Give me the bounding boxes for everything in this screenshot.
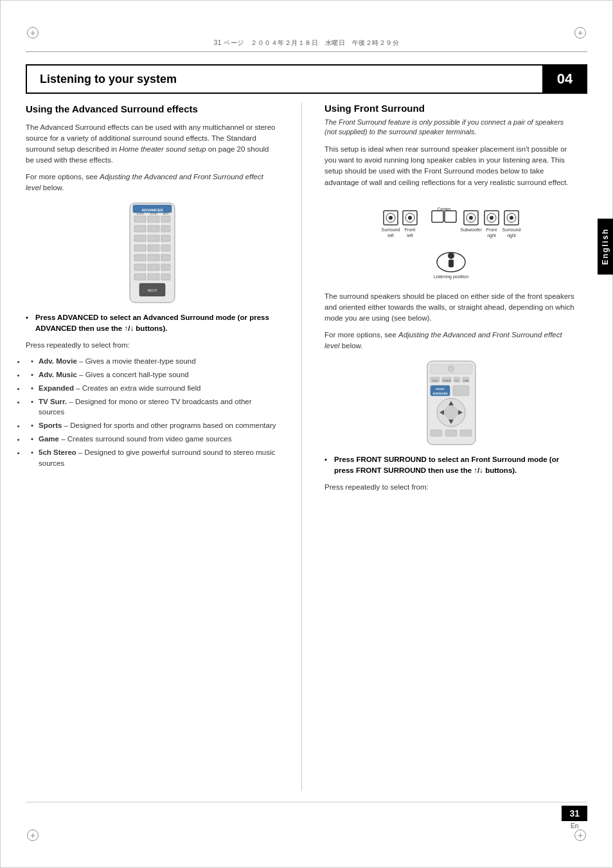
svg-rect-13 bbox=[148, 245, 159, 251]
svg-rect-9 bbox=[134, 235, 146, 242]
chapter-number: 04 bbox=[542, 64, 587, 94]
svg-rect-20 bbox=[161, 264, 170, 270]
svg-rect-58 bbox=[449, 260, 454, 267]
list-item-adv-movie: Adv. Movie – Gives a movie theater-type … bbox=[26, 356, 279, 366]
svg-text:SURROUND: SURROUND bbox=[432, 392, 447, 395]
svg-text:MULTI: MULTI bbox=[148, 288, 157, 292]
right-body-1: This setup is ideal when rear surround s… bbox=[324, 144, 578, 188]
svg-point-39 bbox=[469, 216, 473, 220]
svg-rect-8 bbox=[161, 226, 170, 232]
svg-rect-18 bbox=[134, 264, 146, 270]
svg-text:Surround: Surround bbox=[382, 227, 400, 232]
svg-point-34 bbox=[408, 216, 412, 220]
surround-mode-list: Adv. Movie – Gives a movie theater-type … bbox=[26, 356, 279, 468]
svg-point-62 bbox=[448, 366, 454, 372]
right-italic-note: The Front Surround feature is only possi… bbox=[324, 118, 578, 137]
footer-lang: En bbox=[562, 822, 587, 829]
svg-rect-5 bbox=[161, 216, 170, 222]
svg-rect-74 bbox=[453, 385, 469, 396]
svg-point-76 bbox=[445, 406, 458, 419]
svg-text:SURR: SURR bbox=[150, 212, 157, 215]
page-number: 31 bbox=[562, 806, 587, 821]
right-column: Using Front Surround The Front Surround … bbox=[324, 103, 578, 791]
right-body-2: The surround speakers should be placed o… bbox=[324, 291, 578, 324]
svg-text:Listening position: Listening position bbox=[434, 274, 468, 279]
reg-circle-br bbox=[574, 829, 586, 841]
press-front-surround-text: Press FRONT SURROUND to select an Front … bbox=[334, 456, 559, 474]
svg-rect-82 bbox=[445, 430, 457, 436]
svg-text:Center: Center bbox=[437, 207, 451, 211]
remote-image-left: ADVANCED bbox=[26, 200, 279, 306]
reg-circle-tr bbox=[574, 27, 586, 39]
reg-circle-tl bbox=[27, 27, 39, 39]
svg-rect-35 bbox=[432, 211, 443, 222]
svg-point-57 bbox=[448, 252, 454, 259]
list-item-game: Game – Creates surround sound from video… bbox=[26, 434, 279, 444]
speaker-diagram: Surround left Front left Center Subwoofe… bbox=[324, 198, 578, 281]
svg-text:SURR: SURR bbox=[136, 212, 143, 215]
svg-rect-23 bbox=[161, 274, 170, 280]
header-title-box: Listening to your system bbox=[26, 64, 542, 94]
list-item-sports: Sports – Designed for sports and other p… bbox=[26, 420, 279, 430]
list-item-expanded: Expanded – Creates an extra wide surroun… bbox=[26, 383, 279, 393]
svg-text:Subwoofer: Subwoofer bbox=[460, 227, 482, 232]
svg-text:USB: USB bbox=[463, 379, 468, 382]
svg-text:right: right bbox=[487, 233, 496, 238]
svg-rect-22 bbox=[148, 274, 159, 280]
svg-text:left: left bbox=[407, 233, 413, 238]
right-instruction: Press FRONT SURROUND to select an Front … bbox=[324, 454, 578, 477]
top-meta-bar: 31 ページ ２００４年２月１８日 水曜日 午後２時２９分 bbox=[26, 39, 587, 52]
column-divider bbox=[301, 103, 302, 791]
svg-rect-15 bbox=[134, 254, 146, 261]
page-title: Listening to your system bbox=[40, 73, 177, 86]
svg-point-31 bbox=[389, 216, 393, 220]
svg-rect-36 bbox=[445, 211, 456, 222]
meta-text: 31 ページ ２００４年２月１８日 水曜日 午後２時２９分 bbox=[26, 39, 587, 48]
list-item-tv-surr: TV Surr. – Designed for mono or stereo T… bbox=[26, 396, 279, 417]
svg-rect-14 bbox=[161, 245, 170, 251]
left-body-2: For more options, see Adjusting the Adva… bbox=[26, 172, 279, 194]
svg-text:TV: TV bbox=[455, 379, 458, 382]
select-from-text: Press repeatedly to select from: bbox=[26, 340, 279, 351]
svg-text:Surround: Surround bbox=[502, 227, 521, 232]
svg-text:Front: Front bbox=[486, 227, 497, 232]
svg-rect-19 bbox=[148, 264, 159, 270]
language-tab: English bbox=[598, 218, 613, 274]
svg-text:DVD: DVD bbox=[432, 379, 438, 382]
svg-point-45 bbox=[510, 216, 513, 220]
page-number-area: 31 En bbox=[562, 806, 587, 829]
left-instruction: Press ADVANCED to select an Advanced Sur… bbox=[26, 312, 279, 335]
svg-rect-81 bbox=[431, 430, 442, 436]
svg-text:ADV: ADV bbox=[163, 212, 169, 215]
reg-circle-bl bbox=[27, 829, 39, 841]
remote-image-right: DVD TUNER TV USB FRONT SURROUND bbox=[324, 358, 578, 448]
list-item-5ch-stereo: 5ch Stereo – Designed to give powerful s… bbox=[26, 447, 279, 468]
content-area: Using the Advanced Surround effects The … bbox=[26, 103, 578, 791]
left-section-title: Using the Advanced Surround effects bbox=[26, 103, 279, 116]
svg-rect-11 bbox=[161, 235, 170, 242]
select-from-text-2: Press repeatedly to select from: bbox=[324, 482, 578, 493]
svg-rect-6 bbox=[134, 226, 146, 232]
svg-text:FRONT: FRONT bbox=[436, 387, 445, 391]
left-body-1: The Advanced Surround effects can be use… bbox=[26, 122, 279, 166]
svg-rect-83 bbox=[460, 430, 472, 436]
right-section-title: Using Front Surround bbox=[324, 103, 578, 114]
svg-rect-12 bbox=[134, 245, 146, 251]
page-footer: 31 En bbox=[26, 802, 587, 829]
left-column: Using the Advanced Surround effects The … bbox=[26, 103, 279, 791]
list-item-adv-music: Adv. Music – Gives a concert hall-type s… bbox=[26, 369, 279, 380]
svg-text:right: right bbox=[507, 233, 516, 238]
svg-point-42 bbox=[490, 216, 493, 220]
svg-rect-7 bbox=[148, 226, 159, 232]
svg-text:TUNER: TUNER bbox=[442, 379, 451, 382]
svg-rect-16 bbox=[148, 254, 159, 261]
svg-rect-10 bbox=[148, 235, 159, 242]
svg-text:left: left bbox=[387, 233, 393, 238]
press-instruction-text: Press ADVANCED to select an Advanced Sur… bbox=[35, 314, 269, 332]
svg-rect-4 bbox=[148, 216, 159, 222]
svg-rect-21 bbox=[134, 274, 146, 280]
svg-rect-17 bbox=[161, 254, 170, 261]
svg-rect-3 bbox=[134, 216, 146, 222]
page-header: Listening to your system 04 bbox=[26, 64, 587, 94]
svg-text:Front: Front bbox=[405, 227, 415, 232]
